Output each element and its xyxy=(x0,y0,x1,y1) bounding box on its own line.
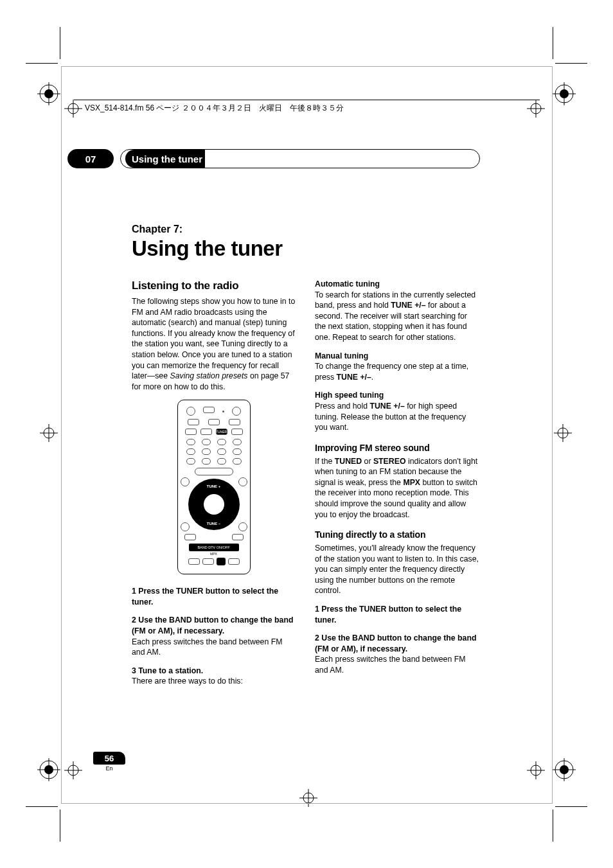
high-speed-body: Press and hold TUNE +/– for high speed t… xyxy=(315,401,479,433)
crosshair-icon xyxy=(40,424,58,442)
high-speed-heading: High speed tuning xyxy=(315,390,479,401)
registration-mark-icon xyxy=(553,82,576,105)
remote-button xyxy=(200,429,212,435)
header-rule xyxy=(74,100,540,100)
registration-mark-icon xyxy=(37,758,60,781)
remote-button xyxy=(232,534,244,540)
registration-mark-icon xyxy=(37,82,60,105)
step-1: 1 Press the TUNER button to select the t… xyxy=(132,586,296,607)
text: . xyxy=(371,373,373,382)
remote-button xyxy=(185,429,197,435)
chapter-bar-title: Using the tuner xyxy=(125,150,205,168)
page-language: En xyxy=(93,765,125,772)
remote-button xyxy=(231,429,243,435)
remote-button xyxy=(184,534,196,540)
remote-button xyxy=(186,439,195,445)
remote-button xyxy=(188,419,199,425)
direct-step-1: 1 Press the TUNER button to select the t… xyxy=(315,604,479,625)
step-3-body: There are three ways to do this: xyxy=(132,676,296,687)
left-column: Listening to the radio The following ste… xyxy=(132,279,296,687)
fm-stereo-body: If the TUNED or STEREO indicators don't … xyxy=(315,456,479,520)
direct-tuning-heading: Tuning directly to a station xyxy=(315,529,479,541)
crop-mark xyxy=(60,810,60,842)
remote-button xyxy=(217,558,226,565)
remote-button xyxy=(233,458,242,465)
header-filename: VSX_514-814.fm 56 ページ ２００４年３月２日 火曜日 午後８時… xyxy=(82,103,346,114)
manual-tuning-body: To change the frequency one step at a ti… xyxy=(315,361,479,382)
remote-button xyxy=(181,522,190,531)
remote-mpx-label: MPX xyxy=(183,552,245,556)
tune-key: TUNE +/– xyxy=(391,301,425,310)
remote-button xyxy=(202,558,214,565)
crop-mark xyxy=(555,806,587,807)
remote-button xyxy=(229,419,240,425)
remote-button xyxy=(186,458,195,465)
intro-text: The following steps show you how to tune… xyxy=(132,297,295,380)
crop-mark xyxy=(26,806,58,807)
crop-mark xyxy=(60,27,60,59)
content-area: Chapter 7: Using the tuner Listening to … xyxy=(132,224,479,687)
stereo-key: STEREO xyxy=(373,457,406,466)
remote-button xyxy=(233,448,242,455)
text: If the xyxy=(315,457,335,466)
step-2-body: Each press switches the band between FM … xyxy=(132,637,296,658)
crop-mark xyxy=(553,810,553,842)
tuned-key: TUNED xyxy=(335,457,362,466)
remote-button xyxy=(202,458,211,465)
remote-button xyxy=(202,448,211,455)
tune-key: TUNE +/– xyxy=(369,402,404,411)
direct-step-2: 2 Use the BAND button to change the band… xyxy=(315,633,479,654)
chapter-number-pill: 07 xyxy=(67,149,114,168)
chapter-header-bar: 07 Using the tuner xyxy=(67,149,479,168)
right-column: Automatic tuning To search for stations … xyxy=(315,279,479,687)
section-heading-listening: Listening to the radio xyxy=(132,279,296,294)
step-2: 2 Use the BAND button to change the band… xyxy=(132,615,296,636)
auto-tuning-heading: Automatic tuning xyxy=(315,279,479,290)
remote-button xyxy=(217,458,226,465)
remote-button xyxy=(217,439,226,445)
dpad-tune-up-label: TUNE + xyxy=(183,484,245,489)
step-3: 3 Tune to a station. xyxy=(132,666,296,677)
remote-button xyxy=(186,407,195,416)
intro-italic: Saving station presets xyxy=(170,371,247,380)
remote-button xyxy=(238,477,247,486)
mpx-key: MPX xyxy=(403,478,420,487)
auto-tuning-body: To search for stations in the currently … xyxy=(315,290,479,343)
fm-stereo-heading: Improving FM stereo sound xyxy=(315,442,479,454)
intro-paragraph: The following steps show you how to tune… xyxy=(132,296,296,392)
page-number: 56 En xyxy=(93,752,125,772)
remote-button xyxy=(228,558,240,565)
remote-button xyxy=(208,419,220,425)
direct-tuning-body: Sometimes, you'll already know the frequ… xyxy=(315,543,479,596)
remote-band-bar: BAND DTV ON/OFF xyxy=(189,544,239,551)
dpad-tune-down-label: TUNE – xyxy=(183,521,245,526)
manual-tuning-heading: Manual tuning xyxy=(315,351,479,362)
remote-button xyxy=(202,439,211,445)
remote-button xyxy=(238,522,247,531)
direct-step-2-body: Each press switches the band between FM … xyxy=(315,654,479,675)
crop-mark xyxy=(26,63,58,64)
remote-button xyxy=(186,448,195,455)
remote-button xyxy=(181,477,190,486)
remote-button xyxy=(232,407,241,416)
remote-button xyxy=(188,558,200,565)
remote-tuner-button: TUNER xyxy=(216,429,227,435)
chapter-label: Chapter 7: xyxy=(132,224,479,235)
text: Press and hold xyxy=(315,402,369,411)
page-number-value: 56 xyxy=(93,752,125,765)
remote-control-illustration: TUNER xyxy=(177,400,251,574)
text: or xyxy=(362,457,373,466)
crop-mark xyxy=(553,27,553,59)
remote-button xyxy=(217,448,226,455)
registration-mark-icon xyxy=(553,758,576,781)
chapter-title: Using the tuner xyxy=(132,236,479,261)
crop-mark xyxy=(555,63,587,64)
remote-dpad: TUNE + TUNE – xyxy=(183,479,245,530)
crosshair-icon xyxy=(554,424,572,442)
remote-button xyxy=(195,468,233,475)
remote-button xyxy=(203,407,215,413)
remote-led-icon xyxy=(222,411,224,412)
tune-key: TUNE +/– xyxy=(337,373,371,382)
remote-button xyxy=(233,439,242,445)
